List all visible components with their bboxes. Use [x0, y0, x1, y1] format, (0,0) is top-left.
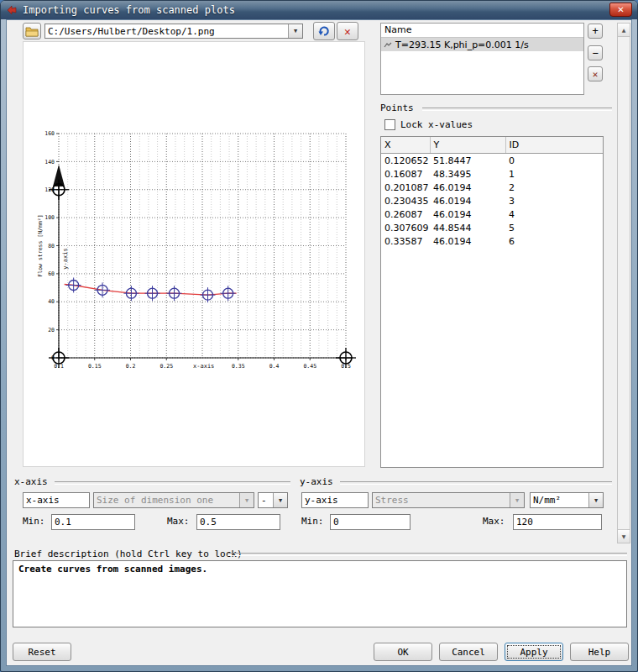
cancel-label: Cancel: [452, 647, 485, 658]
table-row[interactable]: 0.1608748.34951: [381, 167, 604, 181]
remove-curve-button[interactable]: −: [588, 45, 603, 60]
help-button[interactable]: Help: [570, 643, 629, 661]
y-unit-combo[interactable]: N/mm² ▼: [530, 492, 604, 508]
y-axis-group-title: y-axis: [300, 476, 337, 487]
y-unit-value: N/mm²: [531, 495, 588, 506]
table-cell: 0.120652: [381, 154, 430, 168]
folder-icon: [25, 26, 39, 37]
x-unit-combo[interactable]: - ▼: [258, 492, 288, 508]
apply-button[interactable]: Apply: [505, 643, 563, 661]
x-min-label: Min:: [23, 516, 45, 527]
vertical-scrollbar[interactable]: ▲ ▼: [617, 23, 630, 543]
x-axis-group-title: x-axis: [14, 476, 51, 487]
table-cell: 0.307609: [381, 221, 430, 234]
x-icon: ✕: [593, 69, 599, 80]
table-cell: 6: [505, 234, 604, 248]
curve-item-label: T=293.15 K,phi_p=0.001 1/s: [395, 39, 529, 50]
red-x-icon: ✕: [344, 25, 351, 38]
chevron-down-icon[interactable]: ▼: [588, 493, 603, 507]
chevron-down-icon: ▼: [239, 493, 254, 507]
reload-image-button[interactable]: [313, 22, 335, 40]
y-quantity-combo[interactable]: Stress ▼: [372, 492, 525, 508]
y-axis-group-line: [340, 481, 612, 485]
table-cell: 0.16087: [381, 167, 430, 181]
reset-button[interactable]: Reset: [13, 643, 71, 661]
lock-x-checkbox[interactable]: [384, 119, 395, 130]
svg-text:0.2: 0.2: [126, 363, 136, 370]
delete-image-button[interactable]: ✕: [337, 22, 358, 40]
table-cell: 5: [505, 221, 604, 234]
svg-text:0.35: 0.35: [232, 363, 245, 370]
dialog-window: Importing curves from scanned plots ✕ C:…: [0, 0, 638, 672]
cancel-button[interactable]: Cancel: [439, 643, 498, 661]
x-axis-group-line: [55, 481, 290, 485]
svg-text:Flow stress [N/mm²]: Flow stress [N/mm²]: [37, 214, 44, 276]
points-group-title: Points: [380, 102, 417, 113]
points-header-row[interactable]: XYID: [381, 137, 604, 154]
table-cell: 46.0194: [430, 234, 505, 248]
refresh-icon: [317, 24, 331, 38]
arrow-up-icon: ▲: [622, 27, 626, 33]
y-quantity-value: Stress: [373, 495, 510, 506]
points-table[interactable]: XYID 0.12065251.844700.1608748.349510.20…: [380, 136, 604, 468]
svg-text:0.25: 0.25: [160, 363, 173, 370]
add-curve-button[interactable]: +: [588, 24, 603, 39]
table-cell: 51.8447: [430, 154, 505, 168]
ok-button[interactable]: OK: [374, 643, 432, 661]
table-row[interactable]: 0.20108746.01942: [381, 181, 604, 194]
table-row[interactable]: 0.30760944.85445: [381, 221, 604, 234]
description-text: Create curves from scanned images.: [18, 564, 207, 575]
column-header[interactable]: ID: [505, 137, 604, 154]
image-path-combo[interactable]: C:/Users/Hulbert/Desktop/1.png ▼: [44, 24, 303, 39]
points-group-line: [422, 108, 612, 111]
scroll-down-button[interactable]: ▼: [618, 529, 630, 543]
table-row[interactable]: 0.23043546.01943: [381, 194, 604, 207]
description-group-line: [227, 553, 627, 556]
x-max-label: Max:: [167, 516, 190, 527]
y-min-input[interactable]: [330, 514, 411, 530]
table-cell: 4: [505, 207, 604, 221]
curve-list-box[interactable]: Name T=293.15 K,phi_p=0.001 1/s: [380, 23, 584, 95]
table-row[interactable]: 0.3358746.01946: [381, 234, 604, 248]
table-cell: 46.0194: [430, 194, 505, 207]
y-axis-name-input[interactable]: [301, 492, 369, 508]
svg-text:60: 60: [48, 270, 55, 277]
delete-curve-button[interactable]: ✕: [588, 66, 603, 81]
x-quantity-combo[interactable]: Size of dimension one ▼: [93, 492, 254, 508]
svg-text:x-axis: x-axis: [193, 363, 214, 370]
x-min-input[interactable]: [51, 514, 135, 530]
svg-text:20: 20: [48, 327, 55, 333]
column-header[interactable]: X: [381, 137, 430, 154]
curve-list-header: Name: [381, 24, 583, 38]
scroll-up-button[interactable]: ▲: [618, 24, 630, 37]
column-header[interactable]: Y: [430, 137, 505, 154]
y-max-label: Max:: [483, 516, 505, 527]
table-row[interactable]: 0.12065251.84470: [381, 154, 604, 168]
chevron-down-icon[interactable]: ▼: [288, 24, 302, 38]
curve-list-item[interactable]: T=293.15 K,phi_p=0.001 1/s: [381, 38, 583, 51]
plus-icon: +: [592, 25, 598, 37]
description-textarea[interactable]: Create curves from scanned images.: [13, 560, 627, 627]
table-cell: 2: [505, 181, 604, 194]
svg-text:0.4: 0.4: [269, 363, 280, 370]
x-max-input[interactable]: [196, 514, 280, 530]
scanned-plot-area[interactable]: 0204060801001201401600.10.150.20.250.350…: [23, 41, 365, 467]
table-cell: 3: [505, 194, 604, 207]
scan-plot-svg: 0204060801001201401600.10.150.20.250.350…: [24, 42, 364, 466]
svg-text:160: 160: [44, 130, 55, 137]
reset-label: Reset: [28, 647, 55, 658]
chevron-down-icon[interactable]: ▼: [273, 493, 287, 507]
lock-x-label: Lock x-values: [400, 119, 473, 130]
table-cell: 0: [505, 154, 604, 168]
browse-button[interactable]: [23, 23, 41, 39]
svg-text:0.15: 0.15: [88, 363, 102, 370]
table-cell: 48.3495: [430, 167, 505, 181]
y-max-input[interactable]: [513, 514, 602, 530]
ok-label: OK: [397, 647, 408, 658]
x-axis-name-input[interactable]: [23, 492, 90, 508]
table-cell: 0.230435: [381, 194, 430, 207]
table-cell: 0.33587: [381, 234, 430, 248]
curve-list: T=293.15 K,phi_p=0.001 1/s: [381, 38, 583, 51]
x-unit-value: -: [259, 495, 273, 506]
table-row[interactable]: 0.2608746.01944: [381, 207, 604, 221]
